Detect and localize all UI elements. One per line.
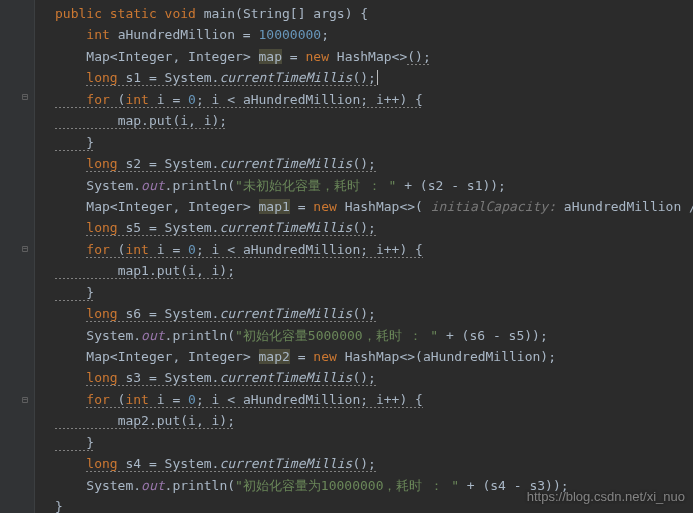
string-literal: "未初始化容量，耗时 ： " <box>235 178 396 193</box>
keyword-public: public <box>55 6 102 21</box>
fold-icon[interactable]: ⊟ <box>22 392 28 409</box>
string-literal: "初始化容量为10000000，耗时 ： " <box>235 478 459 493</box>
method-currenttimemillis: currentTimeMillis <box>219 70 352 85</box>
keyword-long: long <box>86 70 117 85</box>
fold-icon[interactable]: ⊟ <box>22 89 28 106</box>
var-s2: s2 <box>125 156 141 171</box>
stmt-map2put: map2.put(i, i); <box>118 413 235 428</box>
method-main: main <box>204 6 235 21</box>
field-out: out <box>141 178 164 193</box>
watermark: https://blog.csdn.net/xi_nuo <box>527 486 685 507</box>
fold-icon[interactable]: ⊟ <box>22 241 28 258</box>
expr: + (s2 - s1)); <box>396 178 506 193</box>
var-map2: map2 <box>259 349 290 364</box>
type-hashmap: HashMap <box>337 49 392 64</box>
type-map: Map <box>86 199 109 214</box>
var-limit: aHundredMillion <box>243 92 360 107</box>
var-s6: s6 <box>125 306 141 321</box>
var-map: map <box>259 49 282 64</box>
var-ahundredmillion: aHundredMillion <box>118 27 235 42</box>
string-literal: "初始化容量5000000，耗时 ： " <box>235 328 438 343</box>
var-map1: map1 <box>259 199 290 214</box>
var-i: i <box>157 92 165 107</box>
gutter: ⊟ ⊟ ⊟ <box>0 0 35 513</box>
param-args: args <box>313 6 344 21</box>
type-integer: Integer <box>188 49 243 64</box>
param-hint: initialCapacity: <box>431 199 556 214</box>
keyword-new: new <box>306 49 329 64</box>
type-map: Map <box>86 49 109 64</box>
keyword-for: for <box>86 92 109 107</box>
var-s4: s4 <box>125 456 141 471</box>
keyword-static: static <box>110 6 157 21</box>
code-editor[interactable]: public static void main(String[] args) {… <box>0 0 693 513</box>
method-currenttimemillis: currentTimeMillis <box>219 156 352 171</box>
var-s3: s3 <box>125 370 141 385</box>
var-s5: s5 <box>125 220 141 235</box>
method-println: .println( <box>165 178 235 193</box>
number-literal: 10000000 <box>259 27 322 42</box>
type-integer: Integer <box>118 49 173 64</box>
keyword-int: int <box>125 92 148 107</box>
keyword-void: void <box>165 6 196 21</box>
class-system: System <box>165 70 212 85</box>
number-zero: 0 <box>188 92 196 107</box>
var-s1: s1 <box>125 70 141 85</box>
arg: (aHundredMillion); <box>415 349 556 364</box>
class-system: System. <box>86 178 141 193</box>
stmt-mapput: map.put(i, i); <box>118 113 228 128</box>
brace-close: } <box>86 135 94 150</box>
keyword-int: int <box>86 27 109 42</box>
keyword-long: long <box>86 156 117 171</box>
type-string: String <box>243 6 290 21</box>
stmt-map1put: map1.put(i, i); <box>118 263 235 278</box>
